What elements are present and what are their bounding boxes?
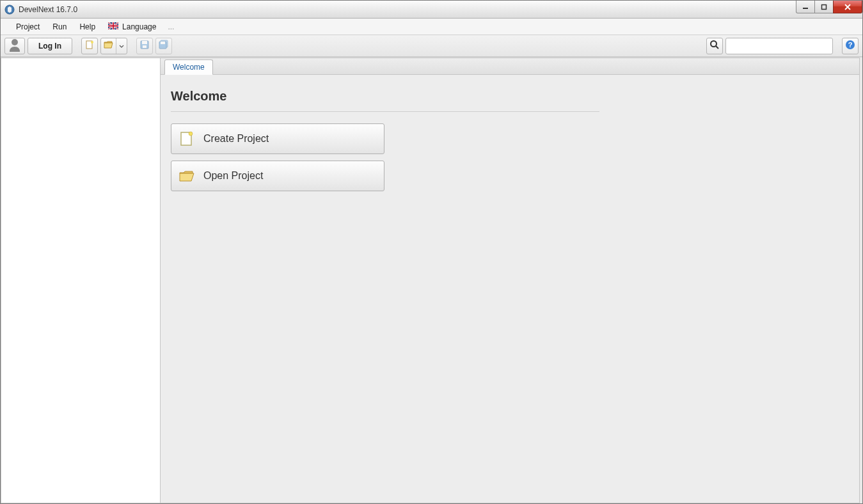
tab-welcome[interactable]: Welcome	[164, 59, 213, 75]
svg-rect-9	[143, 45, 146, 48]
menu-project[interactable]: Project	[10, 20, 46, 34]
login-label: Log In	[38, 42, 61, 51]
open-folder-icon	[178, 167, 196, 185]
menu-language-label: Language	[122, 22, 156, 31]
svg-rect-8	[142, 41, 147, 44]
close-button[interactable]	[833, 1, 862, 13]
save-icon	[139, 40, 150, 52]
open-folder-button[interactable]	[100, 38, 127, 54]
chevron-down-icon	[119, 42, 124, 51]
save-button[interactable]	[136, 38, 153, 54]
create-project-label: Create Project	[203, 133, 269, 145]
svg-point-18	[189, 132, 193, 136]
minimize-button[interactable]	[796, 1, 815, 13]
welcome-heading: Welcome	[171, 89, 849, 104]
menubar: Project Run Help Language ...	[1, 19, 862, 35]
toolbar: Log In	[1, 35, 862, 57]
svg-rect-2	[822, 4, 827, 9]
folder-open-icon	[104, 40, 114, 52]
app-icon	[4, 4, 15, 15]
login-button[interactable]: Log In	[28, 38, 72, 54]
open-project-button[interactable]: Open Project	[171, 161, 384, 191]
open-folder-dropdown[interactable]	[116, 42, 127, 51]
help-button[interactable]: ?	[842, 38, 859, 54]
search-button[interactable]	[706, 38, 723, 54]
svg-point-4	[12, 39, 18, 45]
window-controls	[796, 1, 862, 13]
flag-uk-icon	[108, 22, 118, 31]
menu-more[interactable]: ...	[162, 20, 179, 34]
sidebar	[1, 58, 161, 503]
main-panel: Welcome Welcome Create Project	[161, 58, 860, 503]
window-title: DevelNext 16.7.0	[19, 5, 77, 14]
divider	[171, 111, 599, 112]
search-input[interactable]	[725, 38, 833, 54]
save-all-icon	[158, 40, 170, 52]
new-document-icon	[178, 130, 196, 148]
svg-line-14	[716, 46, 718, 49]
help-icon: ?	[845, 40, 855, 52]
save-all-button[interactable]	[155, 38, 172, 54]
menu-language[interactable]: Language	[102, 20, 162, 34]
body-area: Welcome Welcome Create Project	[1, 57, 862, 503]
menu-run[interactable]: Run	[46, 20, 73, 34]
new-file-button[interactable]	[81, 38, 98, 54]
open-project-label: Open Project	[203, 170, 263, 182]
tab-welcome-label: Welcome	[173, 63, 205, 72]
search-icon	[709, 40, 720, 52]
user-silhouette-icon	[8, 38, 21, 54]
svg-point-13	[711, 41, 717, 47]
menu-help[interactable]: Help	[73, 20, 102, 34]
titlebar: DevelNext 16.7.0	[1, 1, 862, 19]
tabstrip: Welcome	[161, 58, 859, 75]
new-file-icon	[84, 40, 95, 52]
maximize-button[interactable]	[814, 1, 834, 13]
svg-rect-12	[161, 42, 165, 44]
app-window: DevelNext 16.7.0 Project Run Help	[0, 0, 863, 504]
svg-text:?: ?	[848, 41, 853, 49]
user-avatar-button[interactable]	[4, 38, 25, 54]
svg-point-6	[91, 41, 93, 43]
create-project-button[interactable]: Create Project	[171, 123, 384, 154]
welcome-content: Welcome Create Project	[161, 75, 859, 503]
